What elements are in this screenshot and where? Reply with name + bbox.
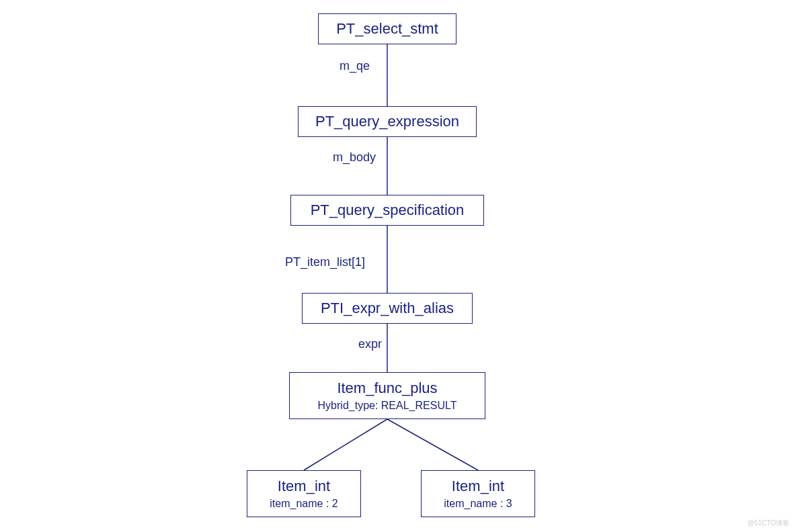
node-title: PT_select_stmt bbox=[336, 20, 438, 38]
node-title: Item_int bbox=[452, 478, 504, 495]
edge-label-m-qe: m_qe bbox=[340, 59, 370, 73]
node-item-int-right: Item_int item_name : 3 bbox=[421, 470, 535, 517]
svg-line-4 bbox=[304, 419, 387, 470]
node-title: PT_query_expression bbox=[315, 113, 459, 130]
edge-label-expr: expr bbox=[358, 337, 382, 351]
node-pt-query-expression: PT_query_expression bbox=[298, 106, 477, 137]
connector-lines bbox=[0, 0, 796, 532]
node-title: PT_query_specification bbox=[311, 202, 465, 219]
svg-line-5 bbox=[387, 419, 478, 470]
edge-label-m-body: m_body bbox=[333, 150, 376, 165]
node-title: Item_int bbox=[278, 478, 330, 495]
watermark: @51CTO博客 bbox=[748, 519, 789, 528]
node-subtitle: item_name : 2 bbox=[270, 497, 337, 510]
node-pt-query-specification: PT_query_specification bbox=[290, 195, 484, 226]
node-title: Item_func_plus bbox=[337, 380, 437, 397]
node-subtitle: Hybrid_type: REAL_RESULT bbox=[318, 399, 457, 412]
node-pt-select-stmt: PT_select_stmt bbox=[318, 13, 456, 44]
node-item-int-left: Item_int item_name : 2 bbox=[247, 470, 361, 517]
node-item-func-plus: Item_func_plus Hybrid_type: REAL_RESULT bbox=[289, 372, 485, 419]
edge-label-pt-item-list: PT_item_list[1] bbox=[285, 255, 365, 269]
node-subtitle: item_name : 3 bbox=[444, 497, 512, 510]
node-title: PTI_expr_with_alias bbox=[321, 300, 454, 317]
node-pti-expr-with-alias: PTI_expr_with_alias bbox=[302, 293, 473, 324]
